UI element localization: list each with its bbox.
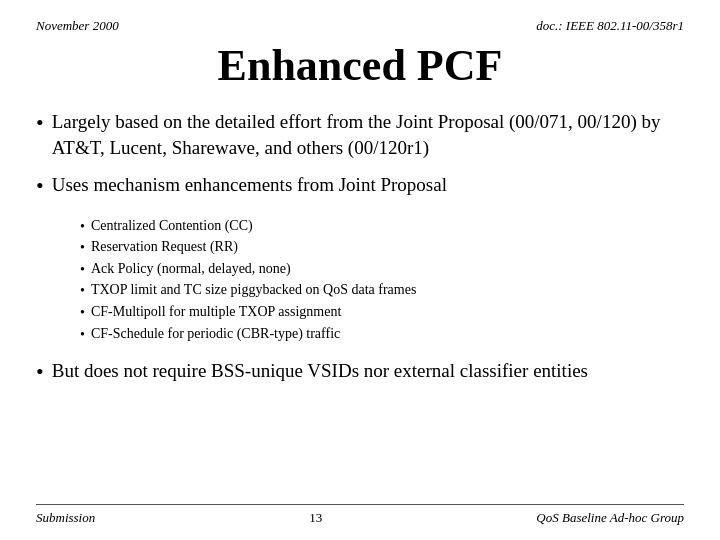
footer-left: Submission bbox=[36, 510, 95, 526]
sub-bullet-2-text: Reservation Request (RR) bbox=[91, 237, 684, 257]
sub-bullet-4: • TXOP limit and TC size piggybacked on … bbox=[80, 280, 684, 301]
sub-bullet-5-dot: • bbox=[80, 303, 85, 323]
bullet-3-dot: • bbox=[36, 359, 44, 385]
slide: November 2000 doc.: IEEE 802.11-00/358r1… bbox=[0, 0, 720, 540]
sub-bullet-6-text: CF-Schedule for periodic (CBR-type) traf… bbox=[91, 324, 684, 344]
sub-bullet-6-dot: • bbox=[80, 325, 85, 345]
bullet-1-dot: • bbox=[36, 110, 44, 136]
sub-bullet-4-text: TXOP limit and TC size piggybacked on Qo… bbox=[91, 280, 684, 300]
header-doc: doc.: IEEE 802.11-00/358r1 bbox=[536, 18, 684, 34]
bullet-3: • But does not require BSS-unique VSIDs … bbox=[36, 358, 684, 385]
sub-bullet-6: • CF-Schedule for periodic (CBR-type) tr… bbox=[80, 324, 684, 345]
slide-content: • Largely based on the detailed effort f… bbox=[36, 109, 684, 500]
slide-header: November 2000 doc.: IEEE 802.11-00/358r1 bbox=[36, 18, 684, 34]
header-date: November 2000 bbox=[36, 18, 119, 34]
sub-bullet-2-dot: • bbox=[80, 238, 85, 258]
sub-bullet-3: • Ack Policy (normal, delayed, none) bbox=[80, 259, 684, 280]
sub-bullet-3-text: Ack Policy (normal, delayed, none) bbox=[91, 259, 684, 279]
bullet-1-text: Largely based on the detailed effort fro… bbox=[52, 109, 684, 160]
sub-bullet-1-dot: • bbox=[80, 217, 85, 237]
sub-bullet-5: • CF-Multipoll for multiple TXOP assignm… bbox=[80, 302, 684, 323]
slide-title: Enhanced PCF bbox=[36, 40, 684, 91]
sub-bullet-5-text: CF-Multipoll for multiple TXOP assignmen… bbox=[91, 302, 684, 322]
bullet-2-dot: • bbox=[36, 173, 44, 199]
bullet-2: • Uses mechanism enhancements from Joint… bbox=[36, 172, 684, 199]
sub-bullet-3-dot: • bbox=[80, 260, 85, 280]
bullet-1: • Largely based on the detailed effort f… bbox=[36, 109, 684, 160]
slide-footer: Submission 13 QoS Baseline Ad-hoc Group bbox=[36, 504, 684, 526]
sub-bullets: • Centralized Contention (CC) • Reservat… bbox=[80, 216, 684, 345]
sub-bullet-4-dot: • bbox=[80, 281, 85, 301]
bullet-2-text: Uses mechanism enhancements from Joint P… bbox=[52, 172, 684, 198]
footer-right: QoS Baseline Ad-hoc Group bbox=[536, 510, 684, 526]
sub-bullet-2: • Reservation Request (RR) bbox=[80, 237, 684, 258]
footer-page: 13 bbox=[309, 510, 322, 526]
sub-bullet-1-text: Centralized Contention (CC) bbox=[91, 216, 684, 236]
bullet-3-text: But does not require BSS-unique VSIDs no… bbox=[52, 358, 684, 384]
sub-bullet-1: • Centralized Contention (CC) bbox=[80, 216, 684, 237]
